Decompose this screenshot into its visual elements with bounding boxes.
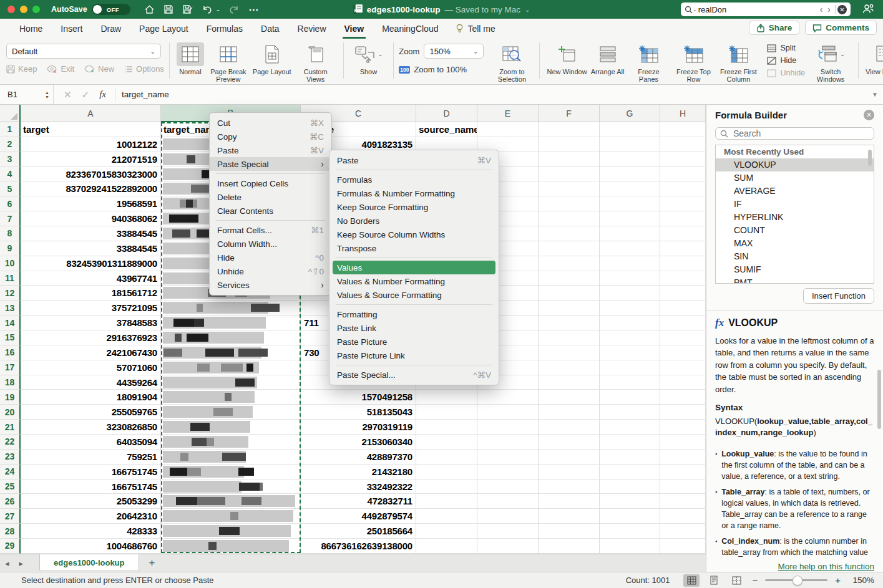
cell-g21[interactable] [600, 420, 660, 435]
row-header-13[interactable]: 13 [0, 301, 21, 316]
cell-a15[interactable]: 2916376923 [21, 330, 161, 345]
unhide-button[interactable]: Unhide [767, 67, 805, 79]
cell-g2[interactable] [600, 137, 660, 152]
redo-icon[interactable] [229, 4, 240, 15]
cell-h2[interactable] [660, 137, 706, 152]
arrange-all-button[interactable]: Arrange All [591, 42, 625, 83]
cell-g25[interactable] [600, 480, 660, 494]
cancel-entry-icon[interactable]: ✕ [64, 89, 72, 100]
cell-e19[interactable] [477, 390, 539, 405]
menu-item-delete[interactable]: Delete [210, 190, 331, 204]
cell-h14[interactable] [660, 316, 706, 330]
column-header-a[interactable]: A [21, 105, 161, 122]
menu-item-paste[interactable]: Paste⌘V [210, 143, 331, 157]
row-header-7[interactable]: 7 [0, 211, 21, 226]
cell-a18[interactable]: 44359264 [21, 375, 161, 390]
row-header-14[interactable]: 14 [0, 316, 21, 330]
cell-d26[interactable] [416, 494, 477, 509]
cell-b14[interactable] [161, 316, 301, 330]
next-sheet-icon[interactable]: ▸ [14, 559, 29, 568]
cell-f26[interactable] [539, 494, 600, 509]
cell-b13[interactable] [161, 301, 301, 316]
cell-g26[interactable] [600, 494, 660, 509]
fullscreen-window-button[interactable] [32, 6, 40, 13]
freeze-panes-button[interactable]: Freeze Panes [628, 42, 669, 83]
cell-b16[interactable] [161, 345, 301, 360]
cell-h13[interactable] [660, 301, 706, 316]
cell-c19[interactable]: 1570491258 [301, 390, 416, 405]
row-header-1[interactable]: 1 [0, 122, 21, 137]
undo-icon[interactable] [202, 4, 213, 15]
cell-d23[interactable] [416, 450, 477, 465]
cell-d21[interactable] [416, 420, 477, 435]
cell-e22[interactable] [477, 435, 539, 450]
cell-c26[interactable]: 472832711 [301, 494, 416, 509]
menu-item-paste-picture[interactable]: Paste Picture [329, 335, 499, 349]
cell-h24[interactable] [660, 465, 706, 480]
cell-g12[interactable] [600, 286, 660, 301]
function-list-scrollbar[interactable] [868, 150, 872, 166]
cell-g14[interactable] [600, 316, 660, 330]
menu-item-insert-copied-cells[interactable]: Insert Copied Cells [210, 176, 331, 190]
cell-b18[interactable] [161, 375, 301, 390]
cell-c22[interactable]: 2153060340 [301, 435, 416, 450]
cell-g20[interactable] [600, 405, 660, 420]
cell-f14[interactable] [539, 316, 600, 330]
tab-insert[interactable]: Insert [60, 20, 83, 37]
menu-item-no-borders[interactable]: No Borders [329, 214, 499, 228]
comments-button[interactable]: Comments [805, 21, 877, 35]
tab-view[interactable]: View [344, 20, 365, 37]
cell-g17[interactable] [600, 360, 660, 375]
cell-g4[interactable] [600, 167, 660, 182]
cell-e28[interactable] [477, 524, 539, 539]
function-item-vlookup[interactable]: VLOOKUP [716, 158, 874, 171]
cell-c21[interactable]: 2970319119 [301, 420, 416, 435]
save-as-icon[interactable] [182, 4, 193, 14]
cell-c29[interactable]: 866736162639138000 [301, 539, 416, 554]
cell-f28[interactable] [539, 524, 600, 539]
close-window-button[interactable] [7, 6, 15, 13]
cell-e27[interactable] [477, 509, 539, 524]
cell-c24[interactable]: 21432180 [301, 465, 416, 480]
more-toolbar-commands-icon[interactable]: ⋯ [248, 4, 259, 16]
menu-item-services[interactable]: Services› [210, 278, 331, 292]
cell-f12[interactable] [539, 286, 600, 301]
cell-e23[interactable] [477, 450, 539, 465]
hide-button[interactable]: Hide [767, 54, 805, 67]
function-item-sumif[interactable]: SUMIF [716, 263, 874, 276]
formula-bar-content[interactable]: target_name [122, 90, 872, 99]
cell-h6[interactable] [660, 196, 706, 211]
function-item-if[interactable]: IF [716, 198, 874, 211]
row-header-15[interactable]: 15 [0, 330, 21, 345]
row-header-28[interactable]: 28 [0, 524, 21, 539]
cell-a19[interactable]: 18091904 [21, 390, 161, 405]
cell-c27[interactable]: 4492879574 [301, 509, 416, 524]
cell-f23[interactable] [539, 450, 600, 465]
menu-item-values-source-formatting[interactable]: Values & Source Formatting [329, 288, 499, 302]
cell-a9[interactable]: 33884545 [21, 241, 161, 256]
row-header-8[interactable]: 8 [0, 226, 21, 241]
cell-a27[interactable]: 20642310 [21, 509, 161, 524]
cell-c23[interactable]: 428897370 [301, 450, 416, 465]
cell-d25[interactable] [416, 480, 477, 494]
cell-h9[interactable] [660, 241, 706, 256]
row-header-19[interactable]: 19 [0, 390, 21, 405]
menu-item-transpose[interactable]: Transpose [329, 241, 499, 255]
menu-item-formatting[interactable]: Formatting [329, 307, 499, 321]
menu-item-copy[interactable]: Copy⌘C [210, 130, 331, 143]
cell-g28[interactable] [600, 524, 660, 539]
cell-f4[interactable] [539, 167, 600, 182]
zoom-in-button[interactable]: + [834, 575, 842, 586]
tab-meaningcloud[interactable]: MeaningCloud [381, 20, 439, 37]
confirm-entry-icon[interactable]: ✓ [82, 89, 90, 100]
search-scope-chevron-icon[interactable]: ⌄ [693, 7, 697, 12]
cell-c28[interactable]: 250185664 [301, 524, 416, 539]
view-macros-button[interactable]: View Macros [866, 42, 883, 83]
tab-page-layout[interactable]: Page Layout [139, 20, 189, 37]
cell-h28[interactable] [660, 524, 706, 539]
menu-item-values[interactable]: Values [333, 261, 495, 274]
row-header-2[interactable]: 2 [0, 137, 21, 152]
cell-e1[interactable] [477, 122, 539, 137]
new-window-button[interactable]: New Window [547, 42, 587, 83]
save-icon[interactable] [163, 4, 173, 14]
